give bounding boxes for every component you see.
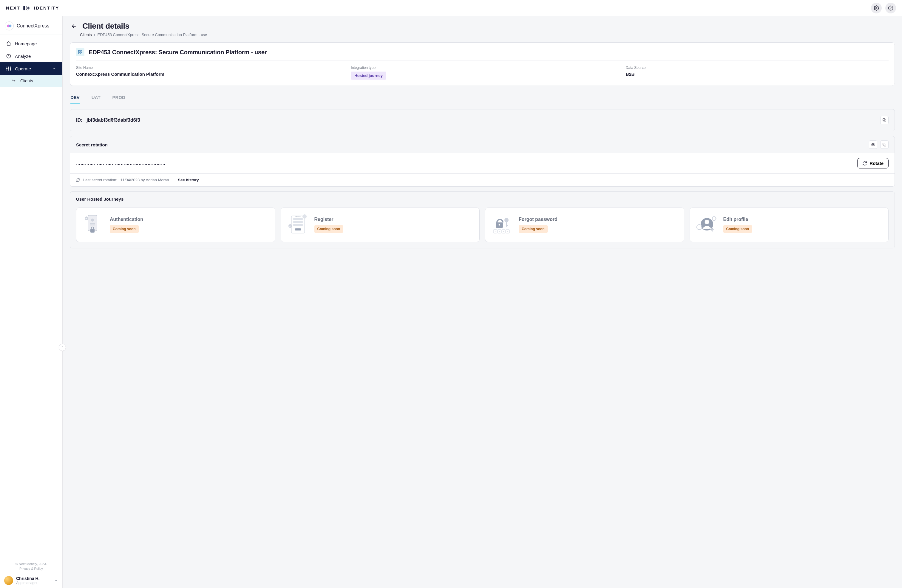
svg-point-31 — [302, 214, 307, 219]
svg-rect-10 — [81, 50, 82, 52]
svg-point-33 — [499, 224, 500, 226]
tab-uat[interactable]: UAT — [92, 92, 100, 104]
svg-text:*: * — [503, 230, 504, 233]
arrow-left-icon — [71, 23, 77, 29]
sidebar-item-clients[interactable]: Clients — [0, 75, 62, 87]
chevron-up-icon — [52, 67, 56, 71]
last-rotation-value: 11/04/2023 by Adrian Moran — [120, 178, 169, 182]
svg-point-48 — [697, 225, 702, 230]
coming-soon-badge: Coming soon — [110, 225, 139, 233]
subitem-arrow-icon — [12, 78, 17, 83]
journeys-panel: User Hosted Journeys — [70, 191, 895, 249]
sliders-icon — [6, 66, 11, 71]
svg-rect-26 — [293, 221, 303, 223]
sidebar-collapse-button[interactable] — [59, 344, 66, 351]
org-switcher[interactable]: ConnectXpress — [0, 16, 62, 35]
sidebar-nav: Homepage Analyze Operate — [0, 35, 62, 87]
svg-text:*: * — [507, 230, 508, 233]
footer-privacy-link[interactable]: Privacy & Policy — [0, 566, 62, 571]
env-tabs: DEV UAT PROD — [70, 92, 894, 104]
see-history-link[interactable]: See history — [178, 178, 199, 182]
settings-button[interactable] — [871, 3, 882, 13]
journey-title: Register — [315, 217, 343, 222]
journey-title: Authentication — [110, 217, 143, 222]
journey-card-edit-profile[interactable]: Edit profile Coming soon — [690, 208, 889, 242]
svg-point-15 — [872, 144, 874, 145]
journeys-title: User Hosted Journeys — [76, 197, 124, 202]
svg-rect-28 — [295, 228, 301, 230]
sidebar-item-label: Analyze — [15, 54, 31, 59]
rotate-icon — [862, 161, 867, 166]
gear-icon — [874, 5, 879, 11]
client-title: EDP453 ConnectXpress: Secure Communicati… — [89, 49, 267, 56]
brand-logo[interactable]: NEXT IDENTITY — [6, 5, 59, 11]
svg-rect-36 — [506, 225, 508, 226]
svg-rect-20 — [90, 223, 95, 224]
help-button[interactable] — [885, 3, 896, 13]
tab-prod[interactable]: PROD — [113, 92, 125, 104]
brand-mark-icon — [23, 5, 31, 11]
copy-icon — [882, 118, 886, 122]
sidebar-item-analyze[interactable]: Analyze — [0, 50, 62, 62]
user-menu[interactable]: Christina H. App manager — [0, 573, 62, 588]
org-name: ConnectXpress — [17, 23, 49, 29]
topbar: NEXT IDENTITY — [0, 0, 902, 16]
copy-id-button[interactable] — [880, 116, 889, 124]
breadcrumb-current: EDP453 ConnectXpress: Secure Communicati… — [97, 33, 207, 37]
svg-text:*: * — [499, 230, 500, 233]
coming-soon-badge: Coming soon — [519, 225, 548, 233]
rotate-secret-button[interactable]: Rotate — [857, 158, 889, 169]
sidebar-footer: © Next Identity, 2023. Privacy & Policy — [0, 558, 62, 573]
svg-point-4 — [9, 25, 12, 27]
svg-point-47 — [712, 216, 716, 220]
breadcrumb: Clients › EDP453 ConnectXpress: Secure C… — [80, 33, 895, 37]
svg-point-7 — [8, 68, 9, 69]
coming-soon-badge: Coming soon — [315, 225, 343, 233]
brand-prefix: NEXT — [6, 5, 20, 11]
journey-card-authentication[interactable]: Authentication Coming soon — [76, 208, 275, 242]
edit-profile-illustration-icon — [694, 212, 720, 238]
journey-card-forgot-password[interactable]: * * * * Forgot password Coming soon — [485, 208, 684, 242]
sidebar-item-homepage[interactable]: Homepage — [0, 37, 62, 50]
secret-title: Secret rotation — [76, 142, 108, 147]
journey-title: Forgot password — [519, 217, 557, 222]
svg-text:*: * — [495, 230, 495, 233]
reveal-secret-button[interactable] — [869, 141, 877, 149]
last-rotation-label: Last secret rotation: — [83, 178, 117, 182]
page-title: Client details — [82, 22, 130, 31]
hosted-journey-badge: Hosted journey — [351, 72, 386, 80]
svg-point-46 — [705, 220, 709, 224]
spec-data-value: B2B — [626, 72, 889, 77]
tab-dev[interactable]: DEV — [70, 92, 80, 104]
copy-secret-button[interactable] — [880, 141, 889, 149]
back-button[interactable] — [70, 22, 78, 30]
org-avatar-icon — [5, 22, 14, 30]
user-role: App manager — [16, 581, 40, 585]
register-illustration-icon: Sign up — [285, 212, 311, 238]
secret-masked: …………………………………………………… — [76, 161, 166, 166]
help-icon — [888, 5, 893, 11]
sidebar-item-label: Homepage — [15, 41, 37, 46]
sidebar: ConnectXpress Homepage Analyze — [0, 16, 63, 588]
sidebar-item-operate[interactable]: Operate — [0, 62, 62, 75]
home-icon — [6, 41, 11, 46]
spec-integration-label: Integration type — [351, 66, 614, 70]
journey-card-register[interactable]: Sign up Register Coming soon — [281, 208, 480, 242]
piechart-icon — [6, 53, 11, 59]
forgot-password-illustration-icon: * * * * — [490, 212, 515, 238]
svg-point-19 — [91, 219, 94, 222]
svg-rect-12 — [81, 53, 82, 54]
svg-point-6 — [6, 68, 8, 69]
svg-rect-11 — [78, 53, 80, 54]
app-grid-icon — [76, 48, 85, 56]
coming-soon-badge: Coming soon — [723, 225, 752, 233]
spec-site-value: ConnexcXpress Communication Platform — [76, 72, 339, 77]
id-label: ID: — [76, 117, 82, 123]
footer-copyright: © Next Identity, 2023. — [0, 561, 62, 566]
id-panel: ID: jbf3dabf3d6f3dabf3d6f3 — [70, 109, 895, 131]
breadcrumb-root-link[interactable]: Clients — [80, 33, 92, 37]
main: Client details Clients › EDP453 ConnectX… — [63, 16, 902, 588]
svg-point-34 — [504, 218, 509, 222]
chevron-left-icon — [61, 346, 64, 349]
secret-rotation-panel: Secret rotation ………………………………………………… — [70, 136, 895, 187]
